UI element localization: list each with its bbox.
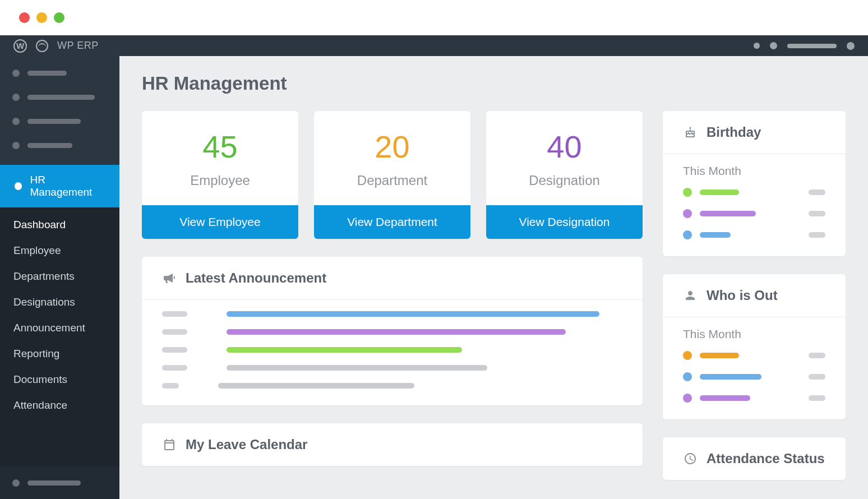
cake-icon — [683, 125, 698, 140]
stat-card-designation: 40 Designation View Designation — [486, 111, 643, 239]
sidebar-subnav: Dashboard Employee Departments Designati… — [0, 207, 119, 467]
page-title: HR Management — [142, 73, 846, 94]
traffic-light-minimize[interactable] — [36, 12, 47, 23]
announcement-row[interactable] — [162, 347, 622, 353]
bullhorn-icon — [162, 271, 177, 285]
subnav-dashboard[interactable]: Dashboard — [13, 219, 106, 231]
attendance-status-panel: Attendance Status — [663, 437, 846, 480]
subnav-documents[interactable]: Documents — [13, 373, 106, 386]
adminbar-user-avatar-icon[interactable] — [847, 42, 855, 50]
erp-logo-icon[interactable] — [36, 40, 48, 52]
panel-title: My Leave Calendar — [186, 437, 307, 452]
birthday-row[interactable] — [683, 230, 825, 239]
announcement-row[interactable] — [162, 311, 622, 317]
view-employee-button[interactable]: View Employee — [142, 205, 298, 239]
traffic-light-close[interactable] — [19, 12, 30, 23]
sidebar-item-placeholder[interactable] — [12, 70, 107, 77]
admin-sidebar: HR Management Dashboard Employee Departm… — [0, 56, 119, 499]
user-icon — [683, 288, 698, 303]
panel-subtitle: This Month — [683, 163, 825, 188]
sidebar-item-hr-management[interactable]: HR Management — [0, 165, 119, 207]
sidebar-item-bullet-icon — [15, 182, 22, 190]
stat-card-employee: 45 Employee View Employee — [142, 111, 298, 239]
panel-title: Birthday — [707, 124, 761, 140]
announcement-panel: Latest Announcement — [142, 257, 643, 405]
clock-icon — [683, 451, 698, 466]
main-content: HR Management 45 Employee View Employee … — [119, 56, 868, 499]
sidebar-item-label: HR Management — [30, 174, 107, 198]
announcement-row[interactable] — [162, 383, 622, 389]
whoisout-row[interactable] — [683, 372, 825, 381]
app-label[interactable]: WP ERP — [57, 40, 99, 52]
panel-subtitle: This Month — [683, 326, 825, 351]
traffic-light-zoom[interactable] — [54, 12, 64, 23]
sidebar-item-placeholder[interactable] — [12, 142, 107, 149]
subnav-employee[interactable]: Employee — [13, 244, 106, 257]
panel-title: Who is Out — [707, 288, 778, 303]
subnav-departments[interactable]: Departments — [13, 270, 106, 283]
stat-label: Employee — [190, 173, 250, 188]
panel-title: Latest Announcement — [186, 270, 326, 286]
announcement-list — [162, 311, 622, 389]
whoisout-row[interactable] — [683, 351, 825, 360]
panel-title: Attendance Status — [707, 451, 825, 466]
view-designation-button[interactable]: View Designation — [486, 205, 643, 239]
stat-card-department: 20 Department View Department — [314, 111, 470, 239]
stat-cards-row: 45 Employee View Employee 20 Department … — [142, 111, 643, 239]
stat-value: 45 — [202, 131, 237, 163]
calendar-icon — [162, 437, 177, 452]
adminbar-item-icon[interactable] — [770, 42, 777, 49]
birthday-row[interactable] — [683, 188, 825, 197]
subnav-designations[interactable]: Designations — [13, 296, 106, 308]
stat-value: 20 — [375, 131, 409, 163]
leave-calendar-panel: My Leave Calendar — [142, 423, 643, 466]
sidebar-item-placeholder[interactable] — [12, 118, 107, 125]
subnav-announcement[interactable]: Announcement — [13, 322, 106, 334]
subnav-attendance[interactable]: Attendance — [13, 399, 106, 412]
browser-chrome — [0, 0, 868, 35]
adminbar-item-icon[interactable] — [754, 43, 760, 49]
birthday-panel: Birthday This Month — [663, 111, 846, 256]
subnav-reporting[interactable]: Reporting — [13, 348, 106, 360]
adminbar-item-placeholder[interactable] — [787, 44, 837, 48]
sidebar-item-placeholder[interactable] — [12, 94, 107, 101]
stat-label: Designation — [529, 173, 600, 188]
wordpress-logo-icon[interactable]: W — [13, 39, 27, 53]
birthday-row[interactable] — [683, 209, 825, 218]
stat-value: 40 — [547, 131, 581, 163]
announcement-row[interactable] — [162, 329, 622, 335]
who-is-out-panel: Who is Out This Month — [663, 274, 846, 419]
whoisout-row[interactable] — [683, 394, 825, 403]
sidebar-bottom-item[interactable] — [0, 467, 119, 499]
announcement-row[interactable] — [162, 365, 622, 371]
view-department-button[interactable]: View Department — [314, 205, 470, 239]
stat-label: Department — [357, 173, 427, 188]
adminbar-right — [754, 42, 855, 50]
wp-adminbar: W WP ERP — [0, 35, 868, 56]
